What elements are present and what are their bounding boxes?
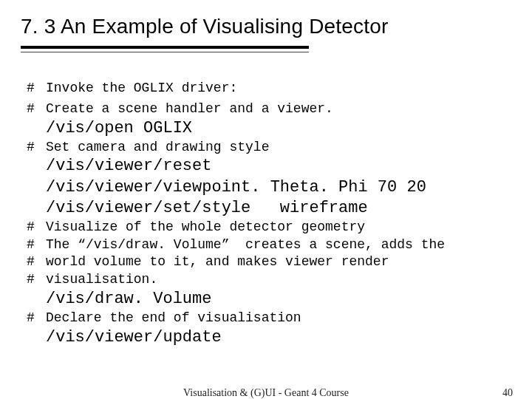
code-line: # The “/vis/draw. Volume” creates a scen…	[27, 236, 505, 254]
hash-mark: #	[27, 253, 46, 271]
comment-text: Invoke the OGLIX driver:	[46, 80, 237, 98]
hash-mark: #	[27, 80, 46, 98]
command-text: /vis/viewer/set/style wireframe	[46, 198, 505, 219]
command-text: /vis/draw. Volume	[46, 289, 505, 310]
comment-text: world volume to it, and makes viewer ren…	[46, 253, 389, 271]
command-text: /vis/open OGLIX	[46, 118, 505, 139]
command-text: /vis/viewer/reset	[46, 156, 505, 177]
title-underline	[21, 46, 309, 55]
comment-text: Set camera and drawing style	[46, 139, 269, 157]
code-line: # world volume to it, and makes viewer r…	[27, 253, 505, 271]
comment-text: Visualize of the whole detector geometry	[46, 219, 365, 236]
code-line: # Visualize of the whole detector geomet…	[27, 219, 505, 236]
hash-mark: #	[27, 271, 46, 289]
command-text: /vis/viewer/update	[46, 327, 505, 348]
code-line: # visualisation.	[27, 271, 505, 289]
comment-text: The “/vis/draw. Volume” creates a scene,…	[46, 236, 445, 254]
slide-title: 7. 3 An Example of Visualising Detector	[21, 15, 516, 38]
rule-thin	[21, 52, 309, 52]
hash-mark: #	[27, 100, 46, 118]
slide: 7. 3 An Example of Visualising Detector …	[0, 0, 532, 399]
page-number: 40	[502, 387, 513, 399]
command-text: /vis/viewer/viewpoint. Theta. Phi 70 20	[46, 177, 505, 198]
comment-text: visualisation.	[46, 271, 157, 289]
code-line: # Create a scene handler and a viewer.	[27, 100, 505, 118]
code-line: # Set camera and drawing style	[27, 139, 505, 157]
comment-text: Create a scene handler and a viewer.	[46, 100, 333, 118]
code-line: # Declare the end of visualisation	[27, 310, 505, 327]
slide-content: # Invoke the OGLIX driver: # Create a sc…	[27, 80, 505, 348]
code-line: # Invoke the OGLIX driver:	[27, 80, 505, 98]
rule-thick	[21, 46, 309, 49]
footer-center-text: Visualisation & (G)UI - Geant 4 Course	[183, 387, 349, 399]
hash-mark: #	[27, 219, 46, 236]
hash-mark: #	[27, 139, 46, 157]
hash-mark: #	[27, 236, 46, 254]
comment-text: Declare the end of visualisation	[46, 310, 301, 327]
hash-mark: #	[27, 310, 46, 327]
